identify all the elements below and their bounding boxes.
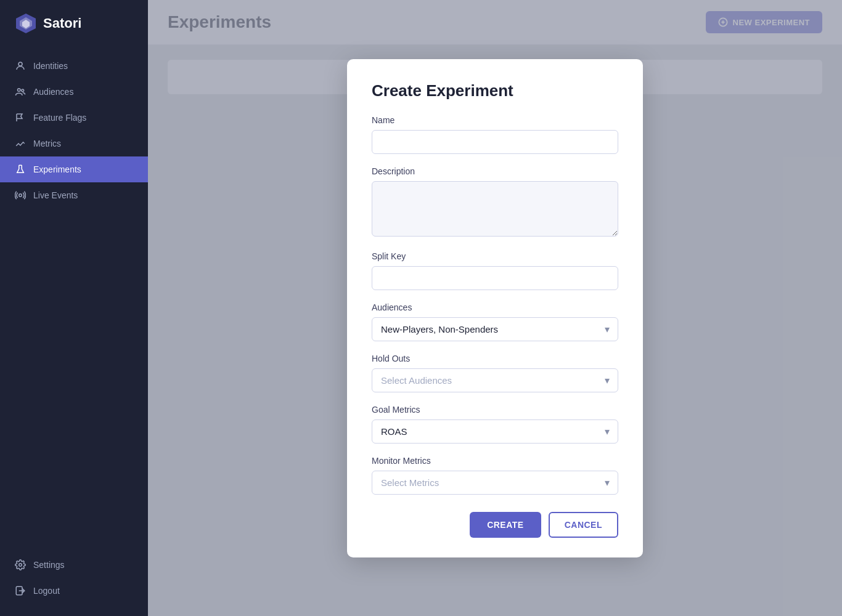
sidebar-label-live-events: Live Events [33, 190, 78, 200]
sidebar-label-metrics: Metrics [33, 139, 61, 148]
app-name: Satori [43, 15, 81, 31]
split-key-input[interactable] [372, 266, 618, 290]
flag-icon [15, 112, 26, 123]
audiences-select[interactable]: New-Players, Non-Spenders [372, 317, 618, 341]
svg-point-3 [18, 62, 22, 66]
experiments-icon [15, 164, 26, 175]
modal-overlay: Create Experiment Name Description Split… [148, 0, 842, 616]
monitor-metrics-group: Monitor Metrics Select Metrics ▾ [372, 456, 618, 495]
split-key-group: Split Key [372, 251, 618, 290]
split-key-label: Split Key [372, 251, 618, 261]
sidebar-label-logout: Logout [33, 586, 60, 596]
sidebar-item-experiments[interactable]: Experiments [0, 156, 148, 182]
description-label: Description [372, 166, 618, 176]
sidebar-item-feature-flags[interactable]: Feature Flags [0, 105, 148, 131]
logout-icon [15, 585, 26, 596]
audiences-select-wrapper: New-Players, Non-Spenders ▾ [372, 317, 618, 341]
monitor-metrics-select-wrapper: Select Metrics ▾ [372, 471, 618, 495]
sidebar-label-settings: Settings [33, 560, 65, 570]
create-experiment-modal: Create Experiment Name Description Split… [347, 59, 643, 557]
sidebar: Satori Identities Audiences Feature Flag… [0, 0, 148, 616]
goal-metrics-select[interactable]: ROAS [372, 419, 618, 444]
create-button[interactable]: CREATE [470, 512, 541, 538]
name-input[interactable] [372, 130, 618, 154]
monitor-metrics-select[interactable]: Select Metrics [372, 471, 618, 495]
sidebar-item-identities[interactable]: Identities [0, 53, 148, 79]
metrics-icon [15, 138, 26, 149]
sidebar-item-logout[interactable]: Logout [0, 578, 148, 604]
goal-metrics-group: Goal Metrics ROAS ▾ [372, 405, 618, 444]
name-group: Name [372, 115, 618, 154]
main-content: Experiments NEW EXPERIMENT Create Experi… [148, 0, 842, 616]
sidebar-label-identities: Identities [33, 61, 68, 71]
holdouts-select[interactable]: Select Audiences [372, 368, 618, 392]
sidebar-bottom: Settings Logout [0, 552, 148, 616]
sidebar-item-audiences[interactable]: Audiences [0, 79, 148, 105]
holdouts-label: Hold Outs [372, 354, 618, 363]
sidebar-item-settings[interactable]: Settings [0, 552, 148, 578]
audiences-icon [15, 86, 26, 97]
sidebar-item-live-events[interactable]: Live Events [0, 182, 148, 208]
settings-icon [15, 559, 26, 570]
modal-title: Create Experiment [372, 81, 618, 100]
logo-icon [15, 12, 37, 34]
sidebar-item-metrics[interactable]: Metrics [0, 131, 148, 156]
audiences-label: Audiences [372, 302, 618, 312]
description-textarea[interactable] [372, 181, 618, 237]
sidebar-label-feature-flags: Feature Flags [33, 113, 86, 123]
svg-point-8 [19, 564, 22, 567]
svg-point-7 [19, 194, 22, 197]
goal-metrics-select-wrapper: ROAS ▾ [372, 419, 618, 444]
sidebar-label-audiences: Audiences [33, 87, 73, 97]
monitor-metrics-label: Monitor Metrics [372, 456, 618, 466]
app-logo[interactable]: Satori [0, 0, 148, 47]
svg-point-5 [22, 89, 24, 92]
description-group: Description [372, 166, 618, 239]
modal-footer: CREATE CANCEL [372, 512, 618, 538]
sidebar-nav: Identities Audiences Feature Flags Metri… [0, 47, 148, 552]
holdouts-select-wrapper: Select Audiences ▾ [372, 368, 618, 392]
live-events-icon [15, 190, 26, 201]
goal-metrics-label: Goal Metrics [372, 405, 618, 415]
name-label: Name [372, 115, 618, 125]
sidebar-label-experiments: Experiments [33, 164, 81, 174]
cancel-button[interactable]: CANCEL [549, 512, 618, 538]
holdouts-group: Hold Outs Select Audiences ▾ [372, 354, 618, 392]
svg-point-4 [18, 89, 21, 92]
user-icon [15, 60, 26, 71]
audiences-group: Audiences New-Players, Non-Spenders ▾ [372, 302, 618, 341]
